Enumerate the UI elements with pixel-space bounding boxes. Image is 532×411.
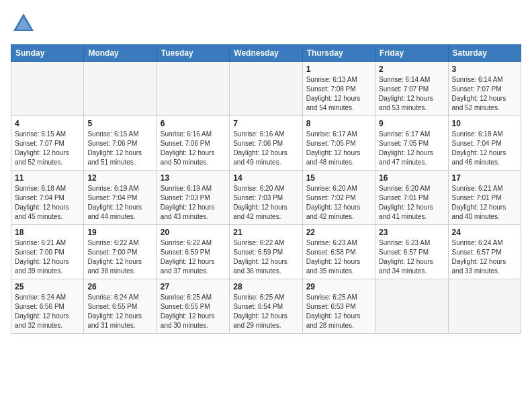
day-number: 8: [306, 119, 371, 128]
weekday-header-tuesday: Tuesday: [157, 45, 229, 62]
day-info: Sunrise: 6:22 AM Sunset: 6:59 PM Dayligh…: [161, 238, 226, 276]
day-info: Sunrise: 6:24 AM Sunset: 6:55 PM Dayligh…: [87, 293, 152, 330]
calendar-cell: 19Sunrise: 6:22 AM Sunset: 7:00 PM Dayli…: [84, 225, 157, 279]
calendar-cell: 21Sunrise: 6:22 AM Sunset: 6:59 PM Dayli…: [230, 225, 302, 279]
calendar-cell: [448, 279, 521, 334]
day-info: Sunrise: 6:19 AM Sunset: 7:04 PM Dayligh…: [87, 184, 152, 222]
calendar-cell: 12Sunrise: 6:19 AM Sunset: 7:04 PM Dayli…: [84, 171, 157, 225]
day-number: 9: [379, 119, 444, 128]
calendar-week-3: 11Sunrise: 6:18 AM Sunset: 7:04 PM Dayli…: [11, 171, 521, 225]
day-info: Sunrise: 6:20 AM Sunset: 7:02 PM Dayligh…: [306, 184, 371, 222]
day-info: Sunrise: 6:24 AM Sunset: 6:57 PM Dayligh…: [452, 238, 517, 276]
day-number: 13: [161, 173, 226, 183]
weekday-header-wednesday: Wednesday: [230, 45, 302, 62]
weekday-header-friday: Friday: [375, 45, 448, 62]
day-info: Sunrise: 6:25 AM Sunset: 6:53 PM Dayligh…: [306, 293, 371, 330]
calendar-week-4: 18Sunrise: 6:21 AM Sunset: 7:00 PM Dayli…: [11, 225, 521, 279]
day-number: 1: [306, 64, 371, 74]
calendar-cell: [157, 62, 229, 116]
day-info: Sunrise: 6:14 AM Sunset: 7:07 PM Dayligh…: [452, 75, 517, 113]
calendar-cell: 14Sunrise: 6:20 AM Sunset: 7:03 PM Dayli…: [230, 171, 302, 225]
day-info: Sunrise: 6:19 AM Sunset: 7:03 PM Dayligh…: [161, 184, 226, 222]
day-number: 20: [161, 228, 226, 237]
day-number: 18: [15, 228, 80, 237]
calendar-week-1: 1Sunrise: 6:13 AM Sunset: 7:08 PM Daylig…: [11, 62, 521, 116]
day-info: Sunrise: 6:23 AM Sunset: 6:57 PM Dayligh…: [379, 238, 444, 276]
day-info: Sunrise: 6:17 AM Sunset: 7:05 PM Dayligh…: [379, 130, 444, 167]
page-header: [11, 11, 521, 36]
calendar-cell: [84, 62, 157, 116]
calendar-cell: 5Sunrise: 6:15 AM Sunset: 7:06 PM Daylig…: [84, 116, 157, 171]
day-number: 15: [306, 173, 371, 183]
day-number: 25: [15, 282, 80, 291]
calendar-cell: 11Sunrise: 6:18 AM Sunset: 7:04 PM Dayli…: [11, 171, 84, 225]
calendar-cell: 10Sunrise: 6:18 AM Sunset: 7:04 PM Dayli…: [448, 116, 521, 171]
day-info: Sunrise: 6:22 AM Sunset: 6:59 PM Dayligh…: [233, 238, 298, 276]
day-number: 24: [452, 228, 517, 237]
day-info: Sunrise: 6:17 AM Sunset: 7:05 PM Dayligh…: [306, 130, 371, 167]
calendar-week-2: 4Sunrise: 6:15 AM Sunset: 7:07 PM Daylig…: [11, 116, 521, 171]
calendar-cell: 23Sunrise: 6:23 AM Sunset: 6:57 PM Dayli…: [375, 225, 448, 279]
day-info: Sunrise: 6:25 AM Sunset: 6:55 PM Dayligh…: [161, 293, 226, 330]
calendar-cell: 1Sunrise: 6:13 AM Sunset: 7:08 PM Daylig…: [302, 62, 375, 116]
day-info: Sunrise: 6:13 AM Sunset: 7:08 PM Dayligh…: [306, 75, 371, 113]
day-number: 4: [15, 119, 80, 128]
day-info: Sunrise: 6:25 AM Sunset: 6:54 PM Dayligh…: [233, 293, 298, 330]
day-info: Sunrise: 6:21 AM Sunset: 7:00 PM Dayligh…: [15, 238, 80, 276]
logo-icon: [11, 11, 36, 36]
weekday-header-sunday: Sunday: [11, 45, 84, 62]
calendar-cell: 25Sunrise: 6:24 AM Sunset: 6:56 PM Dayli…: [11, 279, 84, 334]
day-number: 19: [87, 228, 152, 237]
day-number: 23: [379, 228, 444, 237]
calendar-cell: 4Sunrise: 6:15 AM Sunset: 7:07 PM Daylig…: [11, 116, 84, 171]
day-info: Sunrise: 6:14 AM Sunset: 7:07 PM Dayligh…: [379, 75, 444, 113]
weekday-header-row: SundayMondayTuesdayWednesdayThursdayFrid…: [11, 45, 521, 62]
day-number: 28: [233, 282, 298, 291]
calendar-cell: 18Sunrise: 6:21 AM Sunset: 7:00 PM Dayli…: [11, 225, 84, 279]
day-number: 6: [161, 119, 226, 128]
calendar-cell: 20Sunrise: 6:22 AM Sunset: 6:59 PM Dayli…: [157, 225, 229, 279]
day-number: 10: [452, 119, 517, 128]
day-number: 7: [233, 119, 298, 128]
day-info: Sunrise: 6:15 AM Sunset: 7:07 PM Dayligh…: [15, 130, 80, 167]
calendar-cell: [11, 62, 84, 116]
day-number: 16: [379, 173, 444, 183]
calendar-cell: 9Sunrise: 6:17 AM Sunset: 7:05 PM Daylig…: [375, 116, 448, 171]
weekday-header-saturday: Saturday: [448, 45, 521, 62]
day-number: 2: [379, 64, 444, 74]
calendar-cell: 17Sunrise: 6:21 AM Sunset: 7:01 PM Dayli…: [448, 171, 521, 225]
calendar-cell: 8Sunrise: 6:17 AM Sunset: 7:05 PM Daylig…: [302, 116, 375, 171]
day-info: Sunrise: 6:22 AM Sunset: 7:00 PM Dayligh…: [87, 238, 152, 276]
day-info: Sunrise: 6:20 AM Sunset: 7:01 PM Dayligh…: [379, 184, 444, 222]
calendar-week-5: 25Sunrise: 6:24 AM Sunset: 6:56 PM Dayli…: [11, 279, 521, 334]
day-number: 3: [452, 64, 517, 74]
calendar-cell: 16Sunrise: 6:20 AM Sunset: 7:01 PM Dayli…: [375, 171, 448, 225]
day-number: 12: [87, 173, 152, 183]
calendar-cell: [375, 279, 448, 334]
day-number: 5: [87, 119, 152, 128]
day-number: 11: [15, 173, 80, 183]
day-number: 29: [306, 282, 371, 291]
calendar-cell: [230, 62, 302, 116]
calendar-cell: 22Sunrise: 6:23 AM Sunset: 6:58 PM Dayli…: [302, 225, 375, 279]
weekday-header-monday: Monday: [84, 45, 157, 62]
day-number: 26: [87, 282, 152, 291]
day-info: Sunrise: 6:23 AM Sunset: 6:58 PM Dayligh…: [306, 238, 371, 276]
day-info: Sunrise: 6:24 AM Sunset: 6:56 PM Dayligh…: [15, 293, 80, 330]
day-info: Sunrise: 6:18 AM Sunset: 7:04 PM Dayligh…: [15, 184, 80, 222]
day-number: 21: [233, 228, 298, 237]
day-info: Sunrise: 6:21 AM Sunset: 7:01 PM Dayligh…: [452, 184, 517, 222]
calendar-cell: 2Sunrise: 6:14 AM Sunset: 7:07 PM Daylig…: [375, 62, 448, 116]
calendar-cell: 6Sunrise: 6:16 AM Sunset: 7:06 PM Daylig…: [157, 116, 229, 171]
calendar-cell: 13Sunrise: 6:19 AM Sunset: 7:03 PM Dayli…: [157, 171, 229, 225]
calendar-cell: 7Sunrise: 6:16 AM Sunset: 7:06 PM Daylig…: [230, 116, 302, 171]
calendar-cell: 3Sunrise: 6:14 AM Sunset: 7:07 PM Daylig…: [448, 62, 521, 116]
day-info: Sunrise: 6:20 AM Sunset: 7:03 PM Dayligh…: [233, 184, 298, 222]
weekday-header-thursday: Thursday: [302, 45, 375, 62]
calendar-cell: 15Sunrise: 6:20 AM Sunset: 7:02 PM Dayli…: [302, 171, 375, 225]
calendar-cell: 24Sunrise: 6:24 AM Sunset: 6:57 PM Dayli…: [448, 225, 521, 279]
day-number: 27: [161, 282, 226, 291]
calendar-table: SundayMondayTuesdayWednesdayThursdayFrid…: [11, 44, 521, 334]
logo: [11, 11, 39, 36]
day-number: 17: [452, 173, 517, 183]
